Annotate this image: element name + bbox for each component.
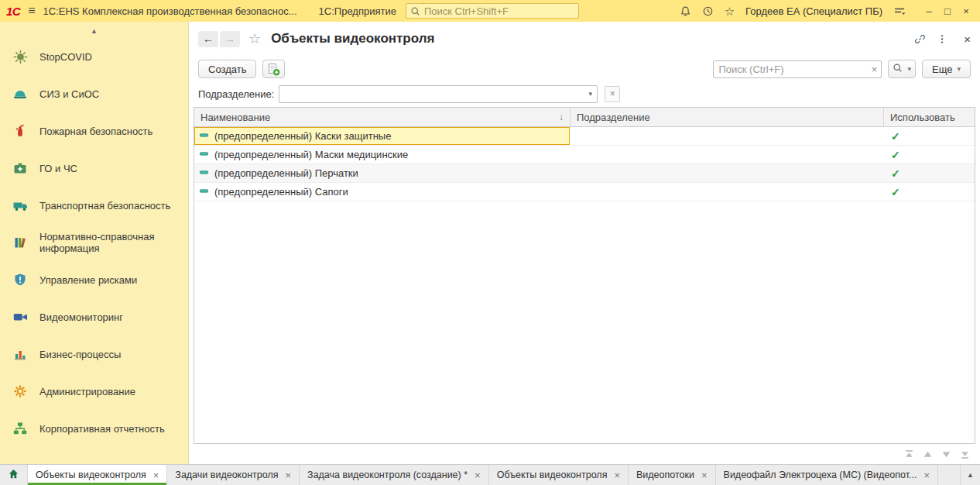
- favorites-star-icon[interactable]: ☆: [725, 5, 735, 17]
- tab-close-icon[interactable]: ×: [701, 470, 708, 481]
- row-name: (предопределенный) Каски защитные: [214, 130, 391, 142]
- search-icon: [410, 6, 420, 16]
- sidebar-item-label: Управление рисками: [39, 274, 137, 286]
- get-link-icon[interactable]: [914, 33, 926, 45]
- risk-shield-icon: [10, 272, 30, 287]
- home-button[interactable]: [0, 465, 28, 485]
- create-button[interactable]: Создать: [198, 60, 256, 78]
- check-icon: ✓: [891, 167, 900, 180]
- search-clear-icon[interactable]: ×: [867, 64, 881, 75]
- gear-icon: [10, 384, 30, 399]
- combo-dropdown-icon[interactable]: ▾: [584, 90, 597, 98]
- sidebar-item-korporativnaya-otchetnost[interactable]: Корпоративная отчетность: [0, 410, 188, 447]
- table-row[interactable]: (предопределенный) Маски медицинские ✓: [194, 146, 975, 164]
- main-menu-icon[interactable]: ≡: [28, 5, 35, 17]
- row-name-cell[interactable]: (предопределенный) Сапоги: [194, 183, 570, 201]
- list-search-input[interactable]: [714, 64, 867, 75]
- row-department[interactable]: [570, 146, 883, 163]
- app-window: 1С ≡ 1С:EHS Комплексная производственная…: [0, 0, 980, 485]
- form-close-icon[interactable]: ×: [964, 33, 971, 46]
- column-header-label: Подразделение: [577, 112, 650, 123]
- chevron-down-icon: ▾: [957, 66, 961, 73]
- sidebar-item-label: СИЗ и СиОС: [39, 88, 99, 100]
- global-search-input[interactable]: [424, 5, 574, 17]
- notifications-bell-icon[interactable]: [680, 5, 691, 17]
- tab-close-icon[interactable]: ×: [285, 470, 291, 481]
- table-row[interactable]: (предопределенный) Перчатки ✓: [194, 164, 975, 183]
- more-button[interactable]: Еще ▾: [922, 60, 971, 78]
- row-department[interactable]: [570, 183, 883, 201]
- column-header-name[interactable]: Наименование ↓: [194, 108, 570, 126]
- tab-close-icon[interactable]: ×: [923, 470, 930, 481]
- row-name-cell[interactable]: (предопределенный) Маски медицинские: [194, 146, 570, 163]
- sidebar-item-biznes-processy[interactable]: Бизнес-процессы: [0, 335, 188, 373]
- sidebar-item-transportnaya-bezopasnost[interactable]: Транспортная безопасность: [0, 187, 188, 224]
- column-header-use[interactable]: Использовать: [883, 108, 975, 126]
- catalog-item-icon: [199, 167, 209, 180]
- row-name: (предопределенный) Сапоги: [214, 186, 348, 198]
- sidebar-item-videomonitoring[interactable]: Видеомониторинг: [0, 298, 188, 335]
- minimize-icon[interactable]: –: [921, 5, 937, 17]
- window-close-icon[interactable]: ×: [958, 5, 974, 17]
- main-row: ▲ StopCOVID СИЗ и СиОС Пожарная безопасн…: [0, 22, 980, 464]
- window-list-button[interactable]: ▲: [960, 465, 980, 485]
- page-title: Объекты видеоконтроля: [271, 31, 434, 46]
- global-search[interactable]: [406, 3, 579, 19]
- top-bar: 1С ≡ 1С:EHS Комплексная производственная…: [0, 0, 980, 22]
- sidebar-item-go-i-chs[interactable]: ГО и ЧС: [0, 150, 188, 187]
- sidebar-item-stopcovid[interactable]: StopCOVID: [0, 38, 188, 75]
- page-up-icon[interactable]: [920, 447, 935, 461]
- row-department[interactable]: [570, 127, 883, 145]
- sidebar-item-administrirovanie[interactable]: Администрирование: [0, 373, 188, 410]
- department-filter-combo[interactable]: ▾: [279, 85, 598, 103]
- table-row[interactable]: (предопределенный) Сапоги ✓: [194, 183, 975, 201]
- filter-clear-icon[interactable]: ×: [605, 86, 620, 102]
- tab-close-icon[interactable]: ×: [614, 470, 620, 481]
- tab-label: Видеопотоки: [636, 470, 694, 480]
- tab-label: Задача видеоконтроля (создание) *: [307, 470, 468, 480]
- go-to-top-icon[interactable]: [901, 447, 917, 461]
- go-to-bottom-icon[interactable]: [957, 447, 972, 461]
- tab-obekty-videokontrolya-1[interactable]: Объекты видеоконтроля ×: [28, 465, 167, 485]
- service-menu-icon[interactable]: [893, 5, 906, 16]
- tab-zadachi-videokontrolya[interactable]: Задачи видеоконтроля ×: [167, 465, 300, 485]
- tab-close-icon[interactable]: ×: [153, 470, 159, 481]
- more-commands-icon[interactable]: …: [939, 34, 951, 44]
- sidebar-item-label: Администрирование: [39, 386, 135, 397]
- current-user[interactable]: Гордеев ЕА (Специалист ПБ): [745, 5, 882, 17]
- check-icon: ✓: [891, 186, 900, 198]
- sidebar-item-siz-i-sios[interactable]: СИЗ и СиОС: [0, 75, 188, 112]
- row-use-cell[interactable]: ✓: [883, 164, 975, 182]
- tab-close-icon[interactable]: ×: [475, 470, 481, 481]
- maximize-icon[interactable]: □: [940, 5, 955, 17]
- column-header-department[interactable]: Подразделение: [570, 108, 883, 126]
- row-use-cell[interactable]: ✓: [883, 183, 975, 201]
- back-button[interactable]: ←: [198, 31, 218, 47]
- search-options-button[interactable]: ▾: [888, 60, 916, 78]
- tab-videopotoki[interactable]: Видеопотоки ×: [629, 465, 716, 485]
- table-row[interactable]: (предопределенный) Каски защитные ✓: [194, 127, 975, 146]
- department-filter-input[interactable]: [279, 88, 584, 100]
- row-use-cell[interactable]: ✓: [883, 146, 975, 163]
- row-department[interactable]: [570, 164, 883, 182]
- tab-label: Видеофайл Электроцеха (МС) (Видеопот...: [724, 470, 917, 480]
- tab-videofail-elektrotseha[interactable]: Видеофайл Электроцеха (МС) (Видеопот... …: [716, 465, 939, 485]
- virus-icon: [10, 50, 30, 64]
- tab-obekty-videokontrolya-2[interactable]: Объекты видеоконтроля ×: [489, 465, 629, 485]
- add-to-favorites-star-icon[interactable]: ☆: [248, 32, 261, 46]
- tab-zadacha-videokontrolya-sozdanie[interactable]: Задача видеоконтроля (создание) * ×: [300, 465, 489, 485]
- sidebar-item-upravlenie-riskami[interactable]: Управление рисками: [0, 261, 188, 298]
- sidebar-collapse-button[interactable]: ▲: [0, 24, 188, 38]
- sidebar-item-nsi[interactable]: Нормативно-справочная информация: [0, 224, 188, 261]
- form-area: ← → ☆ Объекты видеоконтроля … × Создать: [188, 22, 980, 464]
- platform-title: 1С:Предприятие: [319, 5, 396, 17]
- sidebar-item-pozharnaya-bezopasnost[interactable]: Пожарная безопасность: [0, 112, 188, 150]
- forward-button[interactable]: →: [220, 31, 240, 47]
- create-group-button[interactable]: [262, 60, 285, 78]
- page-down-icon[interactable]: [938, 447, 954, 461]
- history-icon[interactable]: [702, 5, 714, 17]
- row-name-cell[interactable]: (предопределенный) Каски защитные: [194, 127, 570, 145]
- row-name-cell[interactable]: (предопределенный) Перчатки: [194, 164, 570, 182]
- row-use-cell[interactable]: ✓: [883, 127, 975, 145]
- list-search[interactable]: ×: [713, 60, 882, 78]
